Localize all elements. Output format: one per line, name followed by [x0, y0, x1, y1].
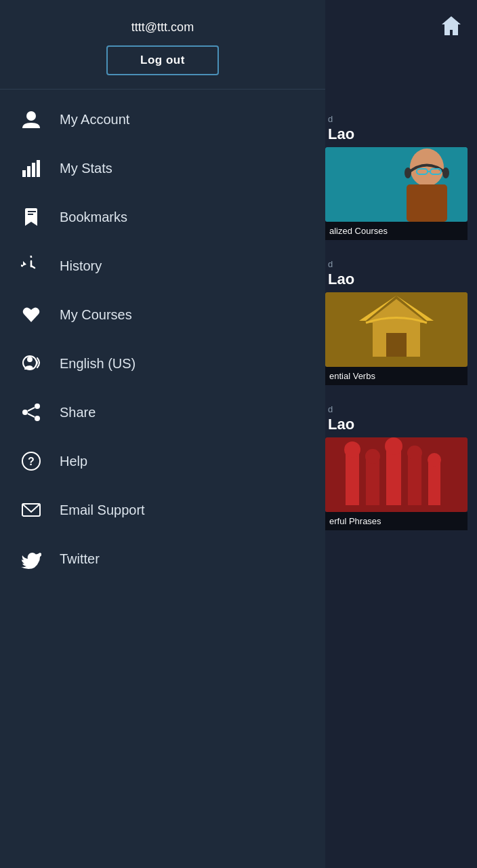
- menu-list: My Account My Stats: [0, 90, 325, 589]
- bg-card-2-lang: Lao: [325, 271, 477, 292]
- svg-point-40: [35, 416, 40, 421]
- bg-card-2-img: [325, 292, 468, 367]
- svg-line-42: [28, 414, 35, 417]
- menu-item-twitter[interactable]: Twitter: [0, 534, 325, 583]
- menu-label-email-support: Email Support: [60, 502, 145, 518]
- menu-label-english-us: English (US): [60, 356, 136, 372]
- bg-card-2: d Lao ential Verbs: [325, 254, 477, 385]
- menu-item-my-courses[interactable]: My Courses: [0, 290, 325, 339]
- bg-card-3-img: [325, 437, 468, 512]
- svg-rect-31: [28, 211, 36, 212]
- account-icon: [19, 107, 43, 132]
- bg-card-1: d Lao alized Courses: [325, 108, 477, 240]
- menu-item-help[interactable]: ? Help: [0, 437, 325, 486]
- svg-point-37: [27, 357, 33, 362]
- svg-rect-28: [27, 166, 30, 177]
- bg-card-3-caption: erful Phrases: [325, 512, 468, 530]
- menu-label-twitter: Twitter: [60, 551, 100, 567]
- bg-card-3-lang: Lao: [325, 416, 477, 437]
- svg-line-34: [31, 266, 35, 268]
- email-icon: [19, 498, 43, 522]
- twitter-icon: [19, 547, 43, 571]
- svg-point-23: [407, 446, 422, 460]
- menu-label-help: Help: [60, 454, 87, 469]
- menu-item-history[interactable]: History: [0, 241, 325, 290]
- menu-label-my-account: My Account: [60, 112, 129, 127]
- home-icon[interactable]: [438, 12, 465, 39]
- svg-line-41: [28, 408, 35, 411]
- history-icon: [19, 254, 43, 278]
- svg-rect-30: [37, 160, 40, 177]
- svg-text:?: ?: [28, 456, 35, 467]
- svg-point-39: [22, 410, 28, 415]
- svg-point-25: [428, 453, 441, 467]
- svg-rect-20: [386, 448, 401, 505]
- menu-item-share[interactable]: Share: [0, 388, 325, 437]
- svg-rect-29: [32, 163, 35, 177]
- help-icon: ?: [19, 449, 43, 473]
- bg-card-2-caption: ential Verbs: [325, 367, 468, 385]
- svg-rect-16: [346, 451, 359, 505]
- bg-cards: d Lao alized Courses: [325, 108, 477, 530]
- menu-item-my-account[interactable]: My Account: [0, 95, 325, 144]
- svg-point-26: [26, 111, 36, 121]
- home-icon-container[interactable]: [438, 12, 465, 42]
- share-icon: [19, 400, 43, 425]
- language-icon: [19, 351, 43, 376]
- svg-point-17: [344, 441, 360, 458]
- svg-rect-3: [407, 184, 447, 222]
- svg-point-0: [449, 24, 453, 28]
- menu-label-history: History: [60, 258, 102, 274]
- svg-rect-27: [22, 170, 26, 177]
- user-email: tttt@ttt.com: [16, 20, 309, 35]
- bg-card-2-prefix: d: [325, 254, 477, 271]
- svg-rect-18: [366, 458, 379, 505]
- menu-label-my-courses: My Courses: [60, 307, 132, 323]
- drawer-header: tttt@ttt.com Log out: [0, 0, 325, 90]
- menu-label-bookmarks: Bookmarks: [60, 210, 127, 225]
- stats-icon: [19, 156, 43, 180]
- bg-card-3-prefix: d: [325, 399, 477, 416]
- svg-rect-22: [408, 454, 421, 505]
- menu-item-english-us[interactable]: English (US): [0, 339, 325, 388]
- bookmarks-icon: [19, 205, 43, 229]
- menu-label-my-stats: My Stats: [60, 161, 112, 176]
- menu-item-email-support[interactable]: Email Support: [0, 486, 325, 534]
- svg-rect-32: [28, 214, 33, 215]
- svg-point-19: [365, 449, 380, 464]
- svg-point-38: [35, 403, 40, 409]
- bg-card-1-lang: Lao: [325, 125, 477, 147]
- svg-rect-24: [428, 461, 440, 505]
- bg-card-1-caption: alized Courses: [325, 222, 468, 240]
- bg-card-1-img: [325, 147, 468, 222]
- heart-icon: [19, 302, 43, 327]
- svg-rect-14: [386, 333, 407, 357]
- drawer: tttt@ttt.com Log out My Account: [0, 0, 325, 868]
- menu-label-share: Share: [60, 405, 96, 420]
- svg-point-21: [385, 437, 402, 455]
- menu-item-bookmarks[interactable]: Bookmarks: [0, 193, 325, 241]
- menu-item-my-stats[interactable]: My Stats: [0, 144, 325, 193]
- logout-button[interactable]: Log out: [106, 45, 219, 75]
- bg-card-1-prefix: d: [325, 108, 477, 125]
- bg-card-3: d Lao erful Phrases: [325, 399, 477, 530]
